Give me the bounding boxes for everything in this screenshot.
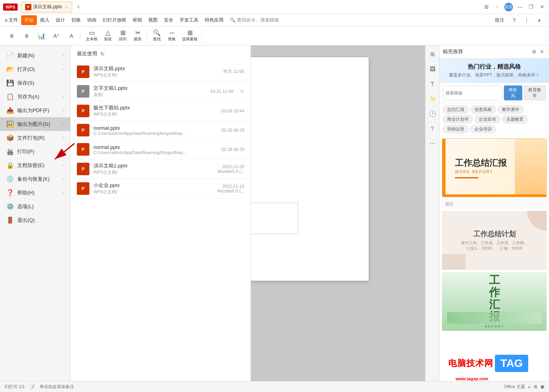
- toolbar-replace-btn[interactable]: ↔ 替换: [165, 29, 179, 43]
- share-icon-btn[interactable]: ↑: [493, 3, 501, 11]
- hero-subtitle: 覆盖多行业、场景PPT，版式精美，风格多样！: [444, 72, 544, 78]
- tag-summary[interactable]: 总结汇报: [443, 105, 469, 114]
- file-menu-print[interactable]: 🖨️ 打印(P) ›: [0, 145, 70, 158]
- file-menu-export-pdf[interactable]: 📤 输出为PDF(F) ›: [0, 103, 70, 117]
- menu-security[interactable]: 安全: [161, 15, 176, 25]
- list-item[interactable]: P 演示文稿1.pptx WPS云文档/ 2022-12-20 Mozilla/…: [71, 159, 251, 179]
- toolbar-format-btn2[interactable]: ≡: [20, 32, 34, 40]
- btn-education[interactable]: 教育教学: [524, 85, 546, 100]
- side-icon-image[interactable]: 🖼: [427, 64, 438, 74]
- menu-animation[interactable]: 动画: [84, 15, 100, 25]
- toolbar-shape-btn[interactable]: △ 形状: [101, 29, 115, 43]
- file-menu-export-img[interactable]: 🖼️ 输出为图片(G) ›: [0, 117, 70, 131]
- filepath-2: 桌面/: [93, 92, 206, 98]
- template-search-input[interactable]: [443, 85, 502, 100]
- tag-enterprise[interactable]: 企业宣传: [474, 115, 500, 123]
- file-menu-encrypt[interactable]: 🔒 文档加密(E) ›: [0, 158, 70, 172]
- filename-1: 演示文稿.pptx: [93, 65, 220, 72]
- menu-developer[interactable]: 开发工具: [176, 15, 202, 25]
- template-work-summary[interactable]: 工作总结汇报 WORK REPORT: [442, 138, 547, 197]
- list-item[interactable]: P 小企业.pptx WPS云文档/ 2022-11-10 Mozilla/5.…: [71, 179, 251, 198]
- list-item[interactable]: P normal.pptx C:/Users/admin/AppData/Roa…: [71, 140, 251, 159]
- tag-creative[interactable]: 创意风格: [470, 105, 496, 114]
- panel-close-btn[interactable]: ✕: [538, 48, 546, 56]
- side-icon-history[interactable]: 🕐: [427, 108, 438, 119]
- template-work-report[interactable]: 工作汇报 REPORT: [442, 272, 547, 331]
- side-icon-more[interactable]: ⋯: [427, 138, 438, 149]
- filepath-4: C:/Users/admin/AppData/Roaming/kingsoft/…: [93, 131, 217, 136]
- btn-business-style[interactable]: 商务风: [504, 85, 522, 100]
- notes-placeholder[interactable]: 单击此处添加备注: [40, 384, 74, 390]
- menu-start[interactable]: 开始: [21, 15, 37, 25]
- toolbar-format-btn3[interactable]: 📊: [35, 32, 49, 40]
- view-grid-btn[interactable]: ⊞: [534, 384, 537, 389]
- refresh-icon[interactable]: ↻: [100, 51, 105, 57]
- side-icon-magic[interactable]: ✨: [427, 93, 438, 104]
- menu-view[interactable]: 视图: [145, 15, 161, 25]
- exit-icon: 🚪: [6, 216, 14, 224]
- template-work-plan[interactable]: 工作总结计划 努力工作、工作成、工作历、工作情... 汇报人：XXXX 汇报：X…: [442, 211, 547, 270]
- menu-transition[interactable]: 切换: [68, 15, 84, 25]
- menu-review[interactable]: 审阅: [129, 15, 145, 25]
- file-menu-options[interactable]: ⚙️ 选项(L): [0, 200, 70, 213]
- list-item[interactable]: P 文字文稿1.pptx 桌面/ 03-31 11:48 ✕: [71, 82, 251, 101]
- filetime-6: 2022-12-20 Mozilla/5.0 (...: [218, 164, 244, 174]
- menu-collapse[interactable]: ∧: [534, 16, 544, 25]
- hamburger-menu-btn[interactable]: ≡ 文件: [2, 16, 21, 25]
- menu-more[interactable]: ⋮: [521, 16, 532, 25]
- file-menu-open[interactable]: 📂 打开(O) ›: [0, 62, 70, 76]
- file-menu-backup[interactable]: 💿 备份与恢复(K) ›: [0, 172, 70, 186]
- side-icon-text[interactable]: T: [427, 78, 438, 89]
- file-menu-help[interactable]: ❓ 帮助(H) ›: [0, 186, 70, 200]
- menu-design[interactable]: 设计: [53, 15, 68, 25]
- file-close-btn-2[interactable]: ✕: [240, 88, 244, 94]
- toolbar-arrange-btn[interactable]: ⊞ 排列: [116, 29, 130, 43]
- toolbar-select-window-btn[interactable]: ⊞ 选择窗格: [180, 29, 200, 43]
- add-tab-btn[interactable]: +: [74, 2, 84, 12]
- menu-insert[interactable]: 插入: [37, 15, 53, 25]
- arrange-icon: ⊞: [120, 30, 125, 36]
- window-icon-btn[interactable]: ⊞: [482, 3, 490, 11]
- file-menu-encrypt-label: 文档加密(E): [17, 162, 44, 169]
- minimize-btn[interactable]: —: [516, 3, 524, 11]
- restore-btn[interactable]: ❐: [527, 3, 535, 11]
- menu-features[interactable]: 特色应用: [202, 15, 227, 25]
- menu-batch[interactable]: 批注: [492, 15, 507, 25]
- panel-expand-btn[interactable]: ⊞: [530, 48, 538, 56]
- toolbar-textbox-btn[interactable]: ▭ 文本框: [84, 29, 100, 43]
- file-menu-pack[interactable]: 📦 文件打包(R) ›: [0, 131, 70, 145]
- tag-courseware[interactable]: 教学课件: [498, 105, 524, 114]
- tag-business-plan[interactable]: 商业计划书: [443, 115, 473, 123]
- filetime-7: 2022-11-10 Mozilla/5.0 (...: [218, 184, 244, 193]
- list-item[interactable]: P 演示文稿.pptx WPS云文档/ 昨天 11:00: [71, 62, 251, 82]
- menu-help[interactable]: ?: [510, 16, 519, 25]
- side-icon-help[interactable]: ?: [427, 123, 438, 134]
- tag-training[interactable]: 企业培训: [470, 125, 496, 133]
- side-icon-expand[interactable]: ⊞: [427, 49, 438, 60]
- view-normal-btn[interactable]: ≡: [528, 385, 531, 389]
- filename-7: 小企业.pptx: [93, 182, 214, 189]
- file-icon-6: P: [77, 163, 89, 175]
- tab-close-btn[interactable]: ×: [65, 5, 67, 9]
- tag-marketing[interactable]: 营销运营: [443, 125, 469, 133]
- file-menu-saveas[interactable]: 📋 另存为(A) ›: [0, 90, 70, 103]
- toolbar-format-btn1[interactable]: ≡: [5, 32, 19, 40]
- list-item[interactable]: P normal.pptx C:/Users/admin/AppData/Roa…: [71, 121, 251, 140]
- file-menu-exit[interactable]: 🚪 退出(Q): [0, 213, 70, 227]
- document-tab[interactable]: P 演示文稿.pptx ×: [21, 2, 72, 13]
- list-item[interactable]: P 极光下载站.pptx WPS云文档/ 03-09 10:44: [71, 101, 251, 121]
- tag-theme-edu[interactable]: 主题教育: [502, 115, 528, 123]
- menu-search[interactable]: 🔍 查找命令、搜索模板: [227, 15, 282, 25]
- menu-slideshow[interactable]: 幻灯片放映: [100, 15, 129, 25]
- file-menu-save[interactable]: 💾 保存(S): [0, 76, 70, 90]
- file-menu-label[interactable]: 文件: [9, 17, 18, 24]
- view-read-btn[interactable]: ▣: [540, 384, 544, 389]
- file-menu-new[interactable]: 📄 新建(N) ›: [0, 49, 70, 62]
- user-avatar[interactable]: 音音: [504, 3, 513, 11]
- toolbar-find-btn[interactable]: 🔍 查找: [150, 29, 164, 43]
- toolbar-format-btn5[interactable]: A: [64, 32, 78, 40]
- toolbar-format-btn4[interactable]: A⁺: [49, 32, 64, 40]
- close-btn[interactable]: ✕: [538, 3, 546, 11]
- print-icon: 🖨️: [6, 148, 14, 155]
- toolbar-clip-btn[interactable]: ✂ 裁剪: [131, 29, 145, 43]
